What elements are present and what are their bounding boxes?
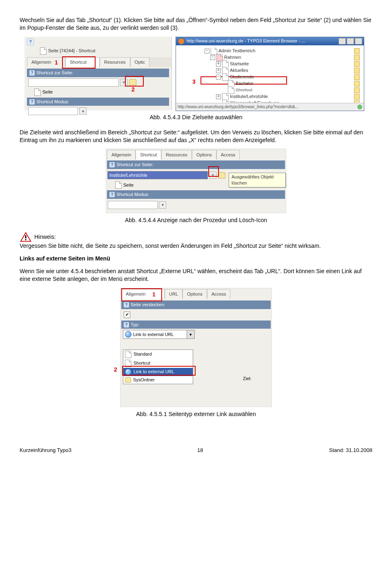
screenshot-2: Allgemein Shortcut Resources Options Acc… bbox=[106, 149, 286, 213]
tree-item[interactable]: −Admin Testbereich bbox=[205, 48, 360, 54]
hide-page-checkbox[interactable]: ✔ bbox=[124, 312, 130, 318]
tab-options[interactable]: Optic bbox=[130, 57, 150, 67]
field-label-text: Typ: bbox=[131, 322, 139, 328]
tree-item[interactable]: +Institute/Lehrstühle bbox=[205, 93, 360, 100]
tree-item[interactable]: Shortcut bbox=[205, 87, 360, 93]
tree-item[interactable]: +Aktuelles bbox=[205, 67, 360, 74]
tab-access[interactable]: Access bbox=[216, 150, 240, 160]
shot2-tabs: Allgemein Shortcut Resources Options Acc… bbox=[107, 150, 285, 160]
shortcut-modus-select[interactable] bbox=[108, 201, 158, 209]
footer-right: Stand: 31.10.2008 bbox=[329, 447, 372, 454]
shot1-tabs: Allgemein Shortcut Resources Optic bbox=[27, 57, 172, 67]
globe-icon bbox=[125, 331, 131, 338]
firefox-icon bbox=[178, 38, 185, 45]
field-label-text: Shortcut zur Seite: bbox=[116, 162, 154, 168]
help-icon[interactable]: ? bbox=[27, 38, 34, 45]
shortcut-modus-select[interactable] bbox=[28, 107, 78, 115]
field-shortcut-modus: ?Shortcut Modus: bbox=[107, 190, 285, 199]
hinweis-label: Hinweis: bbox=[34, 233, 56, 241]
field-typ: ?Typ: bbox=[121, 321, 271, 329]
highlight-box-2 bbox=[122, 366, 196, 376]
tab-allgemein[interactable]: Allgemein bbox=[27, 57, 65, 67]
window-buttons bbox=[339, 38, 362, 45]
footer-left: Kurzeinführung Typo3 bbox=[20, 447, 71, 454]
tab-allgemein[interactable]: Allgemein bbox=[107, 150, 136, 160]
chevron-down-icon[interactable]: ▾ bbox=[187, 330, 194, 338]
field-label-text: Shortcut Modus: bbox=[116, 191, 149, 198]
select-arrow-icon[interactable]: ▾ bbox=[79, 107, 87, 115]
shortcut-target-input[interactable] bbox=[28, 78, 119, 87]
heading-external-links: Links auf externe Seiten im Menü bbox=[20, 255, 372, 263]
type-select[interactable]: Link to external URL ▾ bbox=[123, 330, 195, 339]
highlight-number-2: 2 bbox=[131, 86, 135, 93]
page-icon bbox=[34, 89, 41, 96]
popup-title: http://www.uni-wuerzburg.de - TYPO3 Elem… bbox=[187, 38, 305, 44]
tree-item[interactable]: Bachelor bbox=[205, 80, 360, 87]
window-close-icon[interactable] bbox=[355, 38, 362, 45]
page-icon bbox=[115, 181, 122, 189]
type-select-value: Link to external URL bbox=[133, 332, 174, 338]
page-header: Seite [74244] - Shortcut bbox=[40, 47, 96, 55]
field-label-text: Shortcut zur Seite: bbox=[36, 70, 74, 76]
field-label-text: Seite verstecken: bbox=[131, 302, 165, 308]
status-url: http://www.uni-wuerzburg.de/typo3/browse… bbox=[178, 104, 298, 110]
field-label-text: Shortcut Modus: bbox=[36, 99, 69, 105]
figure-caption-3: Abb. 4.5.5.1 Seitentyp externer Link aus… bbox=[20, 410, 372, 418]
footer-page-number: 18 bbox=[197, 447, 203, 454]
folder-open-icon[interactable] bbox=[218, 172, 225, 178]
window-max-icon[interactable] bbox=[347, 38, 354, 45]
page-tree: −Admin Testbereich −Rahmen +Startseite +… bbox=[205, 48, 360, 102]
seite-sublabel: Seite bbox=[123, 182, 134, 188]
screenshot-3: Allgemein URL Options Access 1 ?Seite ve… bbox=[120, 288, 272, 407]
shot1-left-panel: ? Seite [74244] - Shortcut Allgemein Sho… bbox=[24, 37, 172, 110]
tab-resources[interactable]: Resources bbox=[161, 150, 192, 160]
highlight-box-1 bbox=[62, 56, 96, 69]
element-browser-popup: http://www.uni-wuerzburg.de - TYPO3 Elem… bbox=[176, 37, 364, 111]
paragraph-3: Wenn Sie wie unter 4.5.4 beschrieben ans… bbox=[20, 267, 372, 283]
highlight-number-3: 3 bbox=[192, 78, 196, 86]
status-ok-icon bbox=[357, 105, 362, 109]
dropdown-option-sysordner[interactable]: SysOrdner bbox=[123, 376, 193, 384]
field-shortcut-modus: ?Shortcut Modus: bbox=[27, 98, 169, 106]
field-seite-verstecken: ?Seite verstecken: bbox=[121, 301, 271, 309]
popup-status-bar: http://www.uni-wuerzburg.de/typo3/browse… bbox=[176, 103, 364, 111]
svg-rect-3 bbox=[25, 239, 27, 240]
field-shortcut-zur-seite: ?Shortcut zur Seite: bbox=[107, 160, 285, 169]
figure-caption-2: Abb. 4.5.4.4 Anzeige nach der Prozedur u… bbox=[20, 216, 372, 224]
tab-resources[interactable]: Resources bbox=[100, 57, 130, 67]
page-icon bbox=[40, 47, 47, 55]
highlight-number-1: 1 bbox=[55, 59, 58, 67]
hinweis-row: Hinweis: bbox=[20, 232, 372, 242]
dropdown-option-standard[interactable]: Standard bbox=[123, 350, 193, 359]
tree-item[interactable]: Wissenschaft/Forschung bbox=[205, 100, 360, 102]
intro-paragraph: Wechseln Sie auf das Tab „Shortcut“ (1).… bbox=[20, 16, 372, 32]
shortcut-target-value[interactable]: Institute/Lehrstühle bbox=[107, 171, 208, 179]
page-header-label: Seite [74244] - Shortcut bbox=[48, 48, 96, 54]
hinweis-text: Vergessen Sie bitte nicht, die Seite zu … bbox=[20, 242, 372, 250]
svg-rect-2 bbox=[25, 236, 27, 238]
tooltip-delete: Ausgewähltes Objekt löschen bbox=[229, 173, 286, 187]
highlight-number-1: 1 bbox=[152, 291, 156, 298]
page-footer: Kurzeinführung Typo3 18 Stand: 31.10.200… bbox=[20, 447, 372, 454]
popup-titlebar: http://www.uni-wuerzburg.de - TYPO3 Elem… bbox=[176, 37, 364, 45]
tab-options[interactable]: Options bbox=[183, 289, 207, 299]
seite-sublabel: Seite bbox=[42, 89, 53, 95]
tree-item[interactable]: +Startseite bbox=[205, 61, 360, 67]
select-arrow-icon[interactable]: ▾ bbox=[159, 201, 166, 209]
highlight-number-2: 2 bbox=[114, 366, 117, 374]
highlight-box-delete bbox=[208, 166, 219, 177]
paragraph-2: Die Zielseite wird anschließend im Berei… bbox=[20, 129, 372, 144]
highlight-box-2 bbox=[125, 76, 144, 87]
ziel-label: Ziel: bbox=[243, 376, 252, 382]
highlight-box-1 bbox=[121, 288, 162, 301]
field-shortcut-zur-seite: ?Shortcut zur Seite: bbox=[27, 69, 169, 77]
tab-options[interactable]: Options bbox=[192, 150, 216, 160]
window-min-icon[interactable] bbox=[339, 38, 346, 45]
tree-item[interactable]: −Rahmen bbox=[205, 54, 360, 61]
screenshot-1: ? Seite [74244] - Shortcut Allgemein Sho… bbox=[24, 37, 368, 110]
tree-item[interactable]: −Studierende bbox=[205, 74, 360, 80]
warning-icon bbox=[20, 232, 32, 242]
tab-shortcut[interactable]: Shortcut bbox=[136, 150, 161, 160]
tab-access[interactable]: Access bbox=[207, 289, 230, 299]
tab-url[interactable]: URL bbox=[165, 289, 183, 299]
